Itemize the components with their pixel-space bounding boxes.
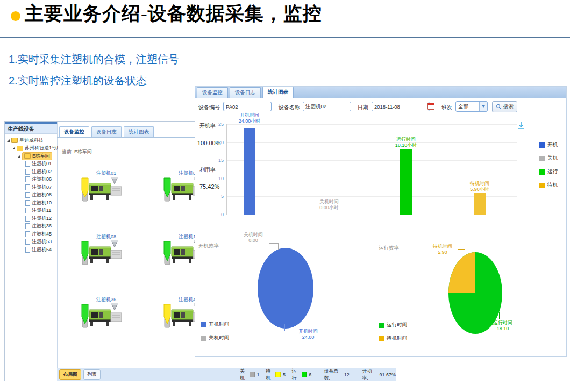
standby-color-swatch: [275, 372, 281, 377]
bar-standby: [474, 193, 486, 215]
tree-item-workshop-selected[interactable]: E栋车间: [5, 152, 57, 160]
slide: 主要业务介绍-设备数据采集，监控 1.实时采集注塑机的合模，注塑信号 2.实时监…: [0, 0, 570, 392]
y-tick: 0: [211, 212, 224, 217]
bar-power-on: [244, 128, 255, 215]
y-tick: 5: [211, 194, 224, 199]
layout-view-button[interactable]: 布局图: [59, 369, 81, 380]
device-name-input[interactable]: [303, 102, 351, 111]
tab-device-log[interactable]: 设备日志: [230, 87, 261, 98]
file-icon: [25, 208, 30, 213]
file-icon: [25, 247, 30, 253]
status-indicator-standby-icon: [81, 177, 89, 202]
bar-chart-plot: 25 20 15 10 5 0 开机时间24.00小时 关机时间0.00小时 运…: [226, 124, 517, 215]
folder-icon: [17, 146, 23, 151]
monitor-footer-bar: 布局图 列表 关机1 待机5 运行6 设备总数: 12 开动率: 91.67%: [57, 368, 396, 381]
tab-stat-charts[interactable]: 统计图表: [262, 87, 294, 98]
device-name-label: 设备名称: [279, 104, 300, 111]
status-indicator-standby-icon: [163, 304, 171, 329]
machine-cell[interactable]: 注塑机01: [80, 170, 131, 209]
tree-item-factory[interactable]: 苏州科智造1号厂: [5, 145, 57, 153]
page-title: 主要业务介绍-设备数据采集，监控: [25, 1, 322, 26]
injection-machine-icon: [88, 303, 123, 328]
legend-swatch: [539, 156, 545, 161]
folder-icon: [11, 138, 18, 143]
device-no-label: 设备编号: [198, 104, 220, 111]
pie2-connector-running: [494, 312, 500, 319]
legend-swatch: [539, 169, 545, 175]
tree-item-machine[interactable]: 注塑机06: [5, 176, 57, 184]
legend-swatch: [379, 336, 384, 341]
bar-chart-legend: 开机 关机 运行 待机: [539, 141, 558, 195]
date-input[interactable]: [372, 102, 430, 111]
tree-item-machine[interactable]: 注塑机53: [5, 238, 57, 246]
monitor-tab-bar: 设备监控 设备日志 统计图表: [57, 126, 154, 137]
tree-item-machine[interactable]: 注塑机07: [5, 183, 57, 191]
machine-cell[interactable]: 注塑机36: [80, 296, 131, 335]
file-icon: [25, 231, 30, 237]
pie2-label-running: 运行时间18.10: [486, 320, 520, 331]
search-button[interactable]: 搜索: [492, 101, 517, 112]
pie1-connector-top: [269, 243, 279, 250]
expander-icon[interactable]: [18, 155, 20, 158]
file-icon: [25, 184, 30, 190]
bar-running: [400, 149, 412, 215]
tree-item-machine[interactable]: 注塑机36: [5, 223, 57, 231]
y-tick: 15: [211, 158, 224, 163]
bar-label-running: 运行时间18.10小时: [389, 137, 423, 148]
file-icon: [25, 216, 30, 222]
title-divider: [0, 37, 570, 38]
legend-swatch: [379, 323, 384, 328]
file-icon: [25, 169, 30, 175]
production-line-sidebar: 生产线设备 星迪威科技 苏州科智造1号厂 E栋车间 注塑机01 注塑机02 注塑…: [5, 122, 58, 368]
shift-select[interactable]: 全部: [455, 101, 488, 112]
legend-swatch: [539, 183, 545, 188]
tree-item-machine[interactable]: 注塑机54: [5, 246, 57, 254]
expander-icon[interactable]: [7, 139, 10, 142]
status-summary: 关机1 待机5 运行6 设备总数: 12 开动率: 91.67%: [240, 368, 396, 382]
tree-item-machine[interactable]: 注塑机02: [5, 168, 57, 176]
utilization-rate-label: 利用率: [200, 166, 216, 174]
bullet-point-2: 2.实时监控注塑机的设备状态: [9, 74, 147, 88]
stats-tab-bar: 设备监控 设备日志 统计图表: [195, 87, 566, 98]
status-indicator-running-icon: [81, 241, 89, 266]
tree-item-machine[interactable]: 注塑机10: [5, 199, 57, 207]
pie2-legend: 运行时间 待机时间: [379, 322, 407, 348]
tab-device-monitor[interactable]: 设备监控: [59, 126, 89, 137]
sidebar-header: 生产线设备: [5, 124, 57, 134]
running-color-swatch: [302, 372, 307, 377]
machine-cell[interactable]: 注塑机08: [80, 233, 131, 272]
file-icon: [25, 192, 30, 198]
file-icon: [25, 161, 30, 167]
tree-item-machine[interactable]: 注塑机45: [5, 230, 57, 238]
off-color-swatch: [250, 372, 255, 377]
injection-machine-icon: [88, 240, 123, 265]
list-view-button[interactable]: 列表: [83, 369, 101, 380]
tab-device-log[interactable]: 设备日志: [91, 126, 122, 137]
bar-label-power-off: 关机时间0.00小时: [312, 199, 346, 210]
status-indicator-running-icon: [163, 177, 171, 202]
device-no-input[interactable]: [223, 102, 272, 111]
calendar-icon[interactable]: [428, 103, 434, 110]
tree-item-machine[interactable]: 注塑机11: [5, 207, 57, 215]
pie1-legend: 开机时间 关机时间: [201, 321, 229, 348]
title-bullet-dot: [11, 11, 20, 21]
expander-icon[interactable]: [12, 147, 15, 149]
y-tick: 20: [211, 140, 224, 145]
folder-icon: [24, 153, 31, 159]
tab-device-monitor[interactable]: 设备监控: [197, 87, 228, 98]
file-icon: [25, 223, 30, 229]
tree-item-machine[interactable]: 注塑机12: [5, 215, 57, 223]
tree-item-machine[interactable]: 注塑机01: [5, 160, 57, 168]
tree-item-company[interactable]: 星迪威科技: [5, 137, 57, 145]
status-indicator-running-icon: [163, 241, 171, 266]
bar-label-standby: 待机时间5.90小时: [462, 181, 497, 192]
pie-power-on: [258, 248, 314, 329]
tab-stat-charts[interactable]: 统计图表: [124, 126, 154, 137]
pie2-title: 运行效率: [379, 245, 399, 252]
device-tree: 星迪威科技 苏州科智造1号厂 E栋车间 注塑机01 注塑机02 注塑机06 注塑…: [5, 134, 57, 254]
y-tick: 25: [211, 122, 224, 127]
file-icon: [25, 200, 30, 206]
tree-item-machine[interactable]: 注塑机08: [5, 191, 57, 199]
file-icon: [25, 239, 30, 245]
download-icon[interactable]: [517, 121, 525, 130]
